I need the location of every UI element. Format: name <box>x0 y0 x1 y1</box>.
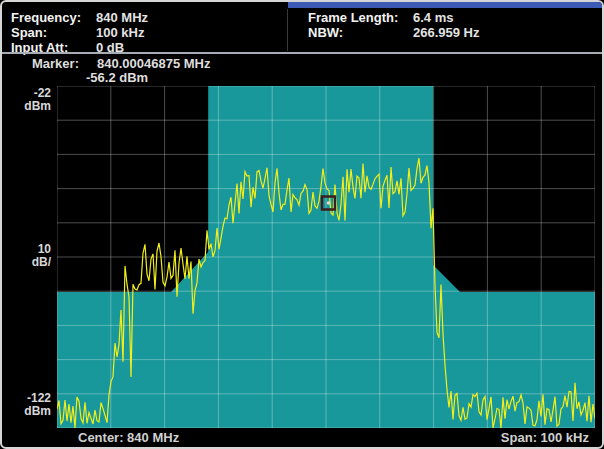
frequency-value: 840 MHz <box>96 10 148 25</box>
marker-frequency: 840.00046875 MHz <box>97 57 210 71</box>
marker-readout: Marker: 840.00046875 MHz <box>32 57 79 71</box>
nbw-label: NBW: <box>308 25 413 40</box>
frequency-label: Frequency: <box>11 10 96 25</box>
marker-label: Marker: <box>32 56 79 71</box>
span-footer-label: Span: 100 kHz <box>501 430 589 446</box>
frame-length-setting[interactable]: Frame Length:6.4 ms <box>308 10 453 25</box>
spectrum-analyzer-screen: Frequency:840 MHz Span:100 kHz Input Att… <box>0 0 604 449</box>
marker-amplitude: -56.2 dBm <box>86 71 148 85</box>
header-column-divider <box>287 9 288 51</box>
frequency-setting[interactable]: Frequency:840 MHz <box>11 10 148 25</box>
span-label: Span: <box>11 25 96 40</box>
frame-length-label: Frame Length: <box>308 10 413 25</box>
spectrum-plot[interactable] <box>57 86 595 428</box>
y-axis-scale-per-div: 10 dB/ <box>2 243 51 269</box>
span-value: 100 kHz <box>96 25 144 40</box>
nbw-setting[interactable]: NBW:266.959 Hz <box>308 25 480 40</box>
y-axis-ref-level: -22 dBm <box>2 87 51 113</box>
span-setting[interactable]: Span:100 kHz <box>11 25 144 40</box>
trace-marker-dot <box>327 201 331 205</box>
frame-length-value: 6.4 ms <box>413 10 453 25</box>
nbw-value: 266.959 Hz <box>413 25 480 40</box>
center-frequency-label: Center: 840 MHz <box>78 430 179 446</box>
y-axis-bottom-level: -122 dBm <box>2 392 51 418</box>
top-accent-bar <box>288 2 602 8</box>
plot-footer: Center: 840 MHz Span: 100 kHz <box>2 430 602 447</box>
header-separator <box>2 52 602 54</box>
